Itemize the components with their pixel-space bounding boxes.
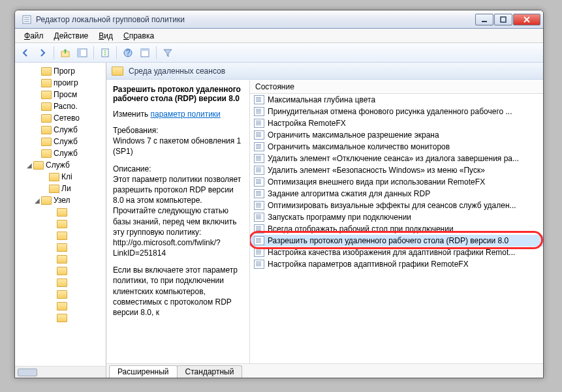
filter-button[interactable] — [160, 45, 176, 61]
setting-row[interactable]: Ограничить максимальное разрешение экран… — [250, 129, 543, 141]
tree-item-label: Просм — [54, 90, 77, 99]
folder-icon — [57, 290, 67, 299]
setting-icon — [254, 224, 264, 234]
setting-icon — [254, 177, 264, 187]
tree-item[interactable]: Клі — [16, 171, 106, 183]
setting-label: Ограничить максимальное разрешение экран… — [268, 130, 439, 140]
folder-icon — [57, 208, 67, 217]
setting-label: Запускать программу при подключении — [268, 213, 411, 222]
settings-list[interactable]: Максимальная глубина цветаПринудительная… — [250, 94, 543, 363]
tree-item[interactable] — [16, 218, 106, 230]
svg-rect-5 — [501, 17, 506, 22]
setting-row[interactable]: Всегда отображать рабочий стол при подкл… — [250, 223, 543, 235]
setting-label: Разрешить протокол удаленного рабочего с… — [268, 236, 508, 245]
setting-row[interactable]: Принудительная отмена фонового рисунка у… — [250, 106, 543, 117]
show-hide-tree-button[interactable] — [74, 45, 90, 61]
tree-item[interactable] — [16, 230, 106, 241]
folder-icon — [112, 67, 123, 76]
description-body-2: Если вы включаете этот параметр политики… — [113, 265, 243, 318]
minimize-button[interactable] — [475, 14, 493, 25]
setting-row[interactable]: Оптимизировать визуальные эффекты для се… — [250, 200, 543, 211]
split-view: Разрешить протокол удаленного рабочего с… — [106, 80, 543, 363]
up-level-button[interactable] — [57, 45, 73, 61]
tree-item[interactable] — [16, 253, 106, 265]
tree-item[interactable]: Просм — [16, 89, 106, 100]
menu-action[interactable]: Действие — [49, 30, 94, 42]
svg-text:?: ? — [126, 48, 131, 57]
tree-item[interactable]: Служб — [16, 124, 106, 136]
folder-icon — [41, 138, 52, 146]
tree-h-scrollbar[interactable] — [15, 366, 106, 378]
tree-item-label: Прогр — [54, 67, 75, 76]
setting-row[interactable]: Задание алгоритма сжатия для данных RDP — [250, 188, 543, 200]
tree-item[interactable]: ◢Узел — [16, 194, 106, 206]
toolbar-separator — [116, 46, 117, 59]
folder-icon — [57, 302, 67, 310]
tree-item[interactable]: Прогр — [16, 65, 106, 77]
forward-button[interactable] — [35, 45, 50, 61]
heading-bar: Среда удаленных сеансов — [106, 63, 543, 80]
tree-item-label: Служб — [54, 149, 78, 158]
setting-row[interactable]: Удалить элемент «Безопасность Windows» и… — [250, 164, 543, 176]
selected-policy-title: Разрешить протокол удаленного рабочего с… — [113, 85, 243, 103]
setting-label: Принудительная отмена фонового рисунка у… — [268, 107, 512, 116]
setting-icon — [254, 107, 264, 116]
tree-item[interactable]: проигр — [16, 77, 106, 89]
tree-item[interactable] — [16, 300, 106, 312]
svg-rect-10 — [78, 49, 81, 57]
tree-item-label: Узел — [54, 196, 70, 205]
app-icon — [22, 14, 32, 25]
properties-button[interactable] — [137, 45, 153, 61]
tree-item[interactable] — [16, 206, 106, 218]
setting-row[interactable]: Оптимизация внешнего вида при использова… — [250, 176, 543, 188]
menu-help[interactable]: Справка — [118, 30, 159, 42]
close-button[interactable] — [513, 14, 540, 25]
menu-file[interactable]: ФФайлайл — [19, 30, 49, 42]
description-block: Описание: Этот параметр политики позволя… — [113, 164, 243, 259]
maximize-button[interactable] — [494, 14, 512, 25]
setting-row[interactable]: Ограничить максимальное количество монит… — [250, 141, 543, 153]
back-button[interactable] — [18, 45, 33, 61]
setting-row[interactable]: Разрешить протокол удаленного рабочего с… — [250, 235, 543, 247]
scrollbar-thumb[interactable] — [18, 369, 37, 376]
tree-item[interactable] — [16, 241, 106, 253]
setting-row[interactable]: Запускать программу при подключении — [250, 211, 543, 223]
tree-item[interactable]: Распо. — [16, 100, 106, 112]
tree[interactable]: ПрогрпроигрПросмРаспо.СетевоСлужбСлужбСл… — [15, 63, 106, 366]
tree-item-label: Ли — [61, 184, 71, 193]
tree-item[interactable]: ◢Служб — [16, 159, 106, 171]
tab-standard[interactable]: Стандартный — [177, 365, 243, 378]
tree-item[interactable]: Служб — [16, 147, 106, 159]
setting-row[interactable]: Удалить элемент «Отключение сеанса» из д… — [250, 153, 543, 164]
export-button[interactable] — [97, 45, 113, 61]
tree-item[interactable] — [16, 277, 106, 288]
help-button[interactable]: ? — [120, 45, 136, 61]
folder-icon — [57, 220, 67, 228]
menu-view[interactable]: Вид — [93, 30, 118, 42]
folder-icon — [49, 173, 59, 181]
content-body: ПрогрпроигрПросмРаспо.СетевоСлужбСлужбСл… — [15, 63, 543, 378]
list-column-header[interactable]: Состояние — [250, 80, 543, 94]
tree-item[interactable]: Сетево — [16, 112, 106, 124]
tab-extended[interactable]: Расширенный — [109, 365, 178, 378]
setting-label: Настройка параметров адаптивной графики … — [268, 260, 469, 269]
tree-item[interactable]: Служб — [16, 136, 106, 147]
tree-item[interactable] — [16, 288, 106, 300]
setting-row[interactable]: Настройка параметров адаптивной графики … — [250, 258, 543, 270]
tree-item-label: Служб — [54, 125, 78, 134]
setting-label: Оптимизировать визуальные эффекты для се… — [268, 201, 516, 210]
tree-item[interactable] — [16, 312, 106, 324]
tree-expander[interactable]: ◢ — [33, 197, 41, 204]
tree-item[interactable]: Ли — [16, 183, 106, 194]
setting-icon — [254, 142, 264, 151]
tree-pane: ПрогрпроигрПросмРаспо.СетевоСлужбСлужбСл… — [15, 63, 106, 378]
tree-item[interactable] — [16, 265, 106, 277]
setting-icon — [254, 213, 264, 222]
setting-row[interactable]: Максимальная глубина цвета — [250, 94, 543, 106]
tree-expander[interactable]: ◢ — [25, 162, 33, 169]
setting-row[interactable]: Настройка качества изображения для адапт… — [250, 247, 543, 258]
setting-row[interactable]: Настройка RemoteFX — [250, 117, 543, 129]
folder-icon — [41, 196, 52, 205]
folder-icon — [57, 243, 67, 252]
edit-policy-link[interactable]: параметр политики — [150, 110, 220, 119]
